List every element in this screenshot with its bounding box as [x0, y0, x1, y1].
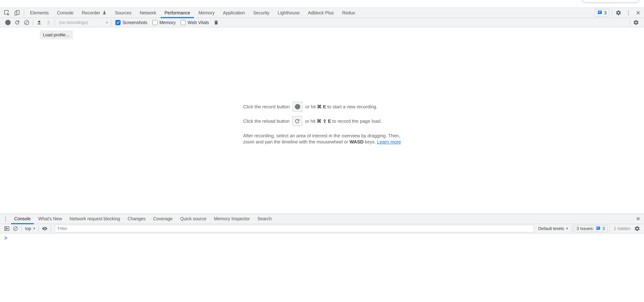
console-prompt-area[interactable]: > — [0, 233, 644, 302]
message-bubble-icon — [597, 10, 602, 15]
reload-and-record-button[interactable] — [12, 18, 22, 27]
checkbox-label: Web Vitals — [188, 20, 209, 25]
divider — [22, 225, 22, 232]
performance-panel-body: Click the record button or hit ⌘ E to st… — [0, 27, 644, 214]
checkbox-icon — [152, 20, 158, 25]
divider — [612, 10, 612, 16]
tab-label: Coverage — [153, 216, 172, 221]
tab-performance[interactable]: Performance — [160, 8, 194, 18]
tab-console[interactable]: Console — [53, 8, 78, 18]
show-console-sidebar-button[interactable] — [2, 224, 11, 233]
tab-label: Memory Inspector — [214, 216, 250, 221]
tab-security[interactable]: Security — [249, 8, 274, 18]
instruction-text: Click the record button — [243, 104, 290, 110]
divider — [630, 20, 630, 26]
reload-icon — [294, 118, 300, 124]
reload-icon — [14, 20, 20, 25]
tab-adblock-plus[interactable]: Adblock Plus — [304, 8, 338, 18]
screenshots-checkbox[interactable]: Screenshots — [115, 20, 147, 25]
device-toolbar-icon — [14, 10, 20, 16]
save-profile-button[interactable] — [44, 18, 53, 27]
tab-label: Security — [253, 10, 269, 16]
tab-sources[interactable]: Sources — [111, 8, 136, 18]
wasd-keys: WASD — [350, 139, 364, 144]
drawer-more-tools-button[interactable]: ⋮ — [2, 216, 9, 222]
tab-memory[interactable]: Memory — [194, 8, 219, 18]
settings-button[interactable] — [615, 9, 622, 17]
gear-icon — [633, 20, 639, 25]
tooltip-text: Load profile… — [43, 32, 70, 37]
drawer-tabbar: ⋮ Console What's New Network request blo… — [0, 214, 644, 224]
issues-counter-button[interactable]: 3 — [594, 9, 609, 17]
close-devtools-button[interactable]: ✕ — [635, 10, 642, 16]
console-toolbar: top ▾ Default levels ▾ 3 Issues: 3 1 hid… — [0, 224, 644, 233]
chevron-down-icon: ▾ — [566, 226, 568, 231]
issues-counter-button[interactable]: 3 Issues: 3 — [574, 225, 608, 232]
tab-label: Console — [14, 216, 31, 221]
drawer-tab-changes[interactable]: Changes — [124, 214, 149, 224]
tab-application[interactable]: Application — [219, 8, 249, 18]
tab-label: Quick source — [180, 216, 206, 221]
kebab-icon: ⋮ — [626, 10, 631, 16]
experiment-flask-icon — [102, 11, 107, 15]
paragraph-line: keys. — [365, 139, 376, 144]
drawer-tab-console[interactable]: Console — [10, 214, 34, 224]
tab-redux[interactable]: Redux — [338, 8, 359, 18]
javascript-context-dropdown[interactable]: top ▾ — [23, 226, 37, 231]
issues-count: 3 — [604, 10, 606, 16]
recordings-dropdown[interactable]: (no recordings) ▾ — [56, 18, 110, 27]
after-recording-paragraph: After recording, select an area of inter… — [243, 133, 401, 145]
record-button[interactable] — [3, 18, 12, 27]
upload-arrow-icon — [36, 20, 42, 25]
drawer-tab-memory-inspector[interactable]: Memory Inspector — [210, 214, 254, 224]
tab-lighthouse[interactable]: Lighthouse — [274, 8, 304, 18]
gear-icon — [634, 226, 640, 231]
paragraph-line: After recording, select an area of inter… — [243, 133, 400, 138]
console-settings-button[interactable] — [633, 224, 642, 233]
tab-label: Recorder — [82, 10, 100, 16]
record-icon — [5, 20, 10, 25]
block-icon — [13, 226, 18, 231]
gear-icon — [616, 10, 621, 16]
drawer-tab-quick-source[interactable]: Quick source — [176, 214, 210, 224]
load-profile-tooltip: Load profile… — [40, 31, 73, 39]
devtools-tabbar: Elements Console Recorder Sources Networ… — [0, 8, 644, 18]
create-live-expression-button[interactable] — [40, 224, 49, 233]
learn-more-link[interactable]: Learn more — [377, 139, 401, 144]
shift-key-icon: ⇧ — [323, 118, 327, 124]
hidden-messages-count: 1 hidden — [611, 226, 633, 231]
drawer-tab-search[interactable]: Search — [254, 214, 275, 224]
memory-checkbox[interactable]: Memory — [152, 20, 176, 25]
tab-label: Sources — [115, 10, 132, 16]
web-vitals-checkbox[interactable]: Web Vitals — [180, 20, 209, 25]
checkbox-label: Memory — [160, 20, 176, 25]
tab-recorder[interactable]: Recorder — [78, 8, 111, 18]
issues-label: 3 Issues: — [576, 226, 594, 231]
inspect-cursor-icon — [4, 10, 10, 16]
drawer-tab-coverage[interactable]: Coverage — [149, 214, 176, 224]
drawer-tab-network-request-blocking[interactable]: Network request blocking — [66, 214, 124, 224]
divider — [51, 225, 51, 232]
chevron-down-icon: ▾ — [106, 21, 108, 25]
context-value: top — [25, 226, 31, 231]
delete-recording-button[interactable] — [212, 18, 221, 27]
clear-recordings-button[interactable] — [22, 18, 31, 27]
tab-elements[interactable]: Elements — [26, 8, 53, 18]
tab-label: What's New — [38, 216, 62, 221]
tab-network[interactable]: Network — [136, 8, 160, 18]
drawer-tab-whats-new[interactable]: What's New — [34, 214, 66, 224]
checkbox-icon — [180, 20, 186, 25]
more-options-button[interactable]: ⋮ — [625, 10, 632, 16]
levels-value: Default levels — [538, 226, 564, 231]
log-levels-dropdown[interactable]: Default levels ▾ — [536, 226, 570, 231]
capture-settings-button[interactable] — [632, 18, 641, 27]
inspect-element-button[interactable] — [2, 8, 12, 18]
close-drawer-button[interactable]: ✕ — [635, 216, 642, 222]
filter-input[interactable] — [55, 225, 534, 232]
reload-instruction-row: Click the reload button or hit ⌘ ⇧ E to … — [243, 116, 382, 126]
eye-icon — [42, 226, 48, 232]
device-toolbar-button[interactable] — [12, 8, 22, 18]
clear-console-button[interactable] — [11, 224, 20, 233]
console-prompt-chevron-icon: > — [4, 235, 7, 241]
load-profile-button[interactable] — [34, 18, 44, 27]
